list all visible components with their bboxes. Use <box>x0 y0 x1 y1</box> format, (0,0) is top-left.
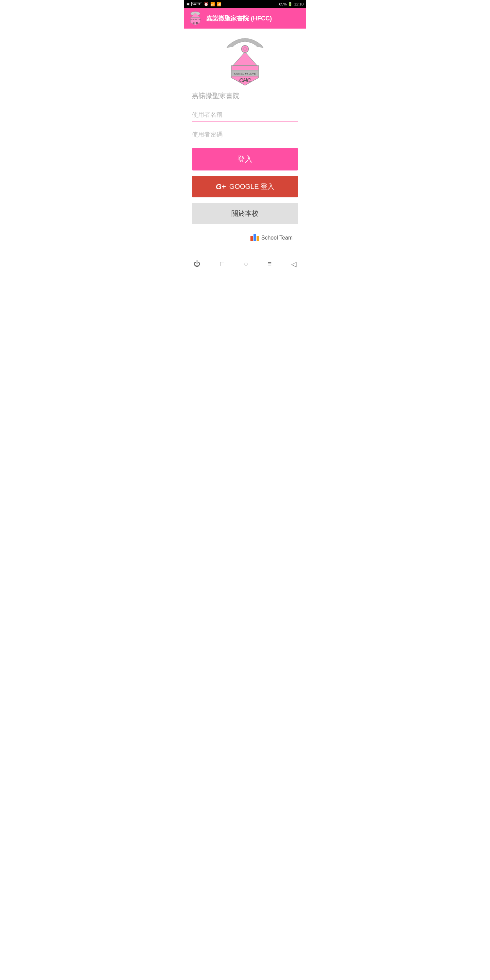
svg-text:CHC: CHC <box>192 22 198 24</box>
svg-point-5 <box>241 45 248 52</box>
svg-rect-14 <box>256 236 259 241</box>
status-bar: ✱ VoLTE ⏰ 📶 📶 85% 🔋 12:10 <box>184 0 306 8</box>
username-group <box>192 108 298 121</box>
volte-badge: VoLTE <box>191 2 202 6</box>
about-button[interactable]: 關於本校 <box>192 203 298 224</box>
google-login-button[interactable]: G+ GOOGLE 登入 <box>192 176 298 197</box>
svg-text:CHC: CHC <box>239 78 251 83</box>
school-name-label: 嘉諾撒聖家書院 <box>192 91 298 100</box>
svg-rect-12 <box>250 236 253 241</box>
clock: 12:10 <box>294 2 304 6</box>
google-plus-icon: G+ <box>216 182 226 191</box>
school-team-label: School Team <box>261 235 293 241</box>
school-team-logo-icon <box>250 233 259 243</box>
back-nav-icon[interactable]: ◁ <box>291 260 296 268</box>
bluetooth-icon: ✱ <box>186 2 189 6</box>
home-nav-icon[interactable]: ○ <box>244 260 248 268</box>
username-input[interactable] <box>192 108 298 121</box>
bottom-navigation: ⏻ □ ○ ≡ ◁ <box>184 255 306 272</box>
svg-text:UNITED IN LOVE: UNITED IN LOVE <box>234 72 256 75</box>
alarm-icon: ⏰ <box>204 2 208 6</box>
school-team-footer: School Team <box>192 230 298 248</box>
password-group <box>192 128 298 141</box>
app-header: CHC UNITED IN LOVE 嘉諾撒聖家書院 (HFCC) <box>184 8 306 29</box>
battery-percent: 85% <box>279 2 286 6</box>
svg-marker-7 <box>233 52 257 66</box>
header-title: 嘉諾撒聖家書院 (HFCC) <box>206 14 272 22</box>
signal-icon: 📶 <box>217 2 221 6</box>
main-content: UNITED IN LOVE CHC 嘉諾撒聖家書院 登入 G+ GOOGLE … <box>184 29 306 255</box>
square-nav-icon[interactable]: □ <box>220 260 224 268</box>
svg-rect-13 <box>253 234 256 241</box>
menu-nav-icon[interactable]: ≡ <box>268 260 272 268</box>
google-login-label: GOOGLE 登入 <box>229 182 274 191</box>
battery-icon: 🔋 <box>288 2 293 6</box>
password-input[interactable] <box>192 128 298 141</box>
power-nav-icon[interactable]: ⏻ <box>194 260 200 268</box>
wifi-icon: 📶 <box>210 2 215 6</box>
header-logo: CHC UNITED IN LOVE <box>188 11 203 26</box>
login-button[interactable]: 登入 <box>192 148 298 170</box>
school-badge: UNITED IN LOVE CHC <box>218 35 272 91</box>
svg-text:UNITED IN LOVE: UNITED IN LOVE <box>190 19 201 21</box>
